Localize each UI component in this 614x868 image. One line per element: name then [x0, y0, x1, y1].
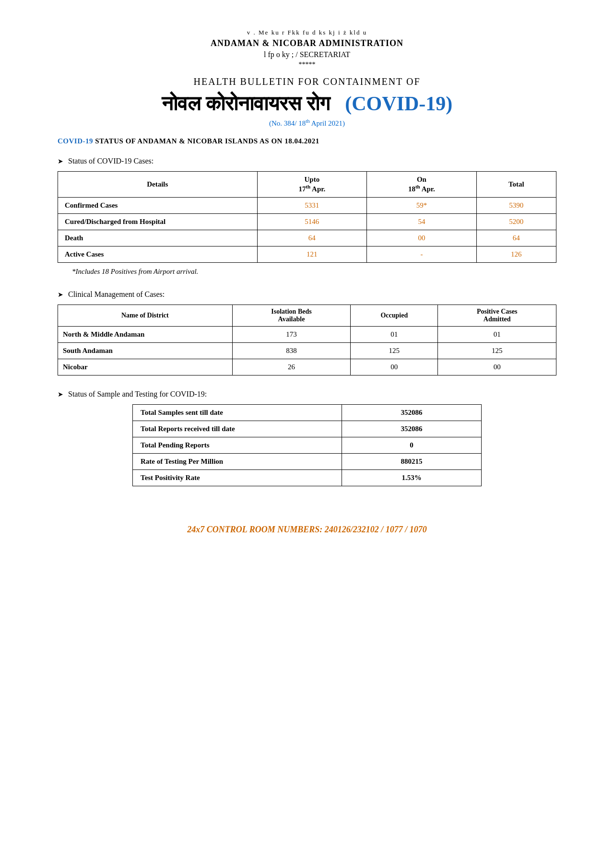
col-occupied: Occupied — [351, 305, 438, 327]
col-total: Total — [476, 172, 556, 198]
covid-bracket-text: (COVID-19) — [345, 93, 452, 115]
row-active-label: Active Cases — [58, 246, 258, 263]
hindi-disease-text: नोवल कोरोनावायरस रोग — [162, 93, 330, 115]
status-rest: STATUS OF ANDAMAN & NICOBAR ISLANDS AS O… — [93, 137, 319, 145]
col-details: Details — [58, 172, 258, 198]
secretariat-hindi: l fp o ky ; — [264, 50, 294, 59]
row-cured-total: 5200 — [476, 214, 556, 230]
district-south: South Andaman — [58, 343, 233, 359]
secretariat-slash: / — [295, 50, 297, 59]
section1-header: Status of COVID-19 Cases: — [58, 157, 556, 165]
beds-nicobar: 26 — [232, 359, 351, 375]
table-row: Total Reports received till date 352086 — [133, 421, 482, 437]
table-row: South Andaman 838 125 125 — [58, 343, 556, 359]
footnote: *Includes 18 Positives from Airport arri… — [72, 268, 556, 276]
covid-status-table: Details Upto 17th Apr. On 18th Apr. Tota… — [58, 171, 556, 263]
occupied-north: 01 — [351, 327, 438, 343]
row-death-upto: 64 — [257, 230, 367, 246]
bulletin-number: (No. 384/ 18th April 2021) — [58, 118, 556, 128]
bulletin-title: HEALTH BULLETIN FOR CONTAINMENT OF — [58, 76, 556, 87]
table-row: Confirmed Cases 5331 59* 5390 — [58, 198, 556, 214]
row-cured-upto: 5146 — [257, 214, 367, 230]
col-admitted: Positive Cases Admitted — [438, 305, 556, 327]
section2-header: Clinical Management of Cases: — [58, 290, 556, 299]
admitted-south: 125 — [438, 343, 556, 359]
row-active-total: 126 — [476, 246, 556, 263]
row-confirmed-total: 5390 — [476, 198, 556, 214]
stars-divider: ***** — [58, 61, 556, 69]
control-room-text: 24x7 CONTROL ROOM NUMBERS: 240126/232102… — [58, 525, 556, 535]
row-cured-label: Cured/Discharged from Hospital — [58, 214, 258, 230]
sample-row-value-2: 0 — [342, 437, 482, 454]
admitted-nicobar: 00 — [438, 359, 556, 375]
col-on: On 18th Apr. — [367, 172, 477, 198]
section3-header: Status of Sample and Testing for COVID-1… — [58, 390, 556, 399]
covid-prefix: COVID-19 — [58, 137, 93, 145]
sample-row-label-4: Test Positivity Rate — [133, 470, 342, 486]
beds-south: 838 — [232, 343, 351, 359]
col-upto: Upto 17th Apr. — [257, 172, 367, 198]
beds-north: 173 — [232, 327, 351, 343]
row-death-on: 00 — [367, 230, 477, 246]
occupied-south: 125 — [351, 343, 438, 359]
district-north: North & Middle Andaman — [58, 327, 233, 343]
table-row: Cured/Discharged from Hospital 5146 54 5… — [58, 214, 556, 230]
table-row: Death 64 00 64 — [58, 230, 556, 246]
table-row: Total Pending Reports 0 — [133, 437, 482, 454]
row-active-on: - — [367, 246, 477, 263]
row-death-total: 64 — [476, 230, 556, 246]
sample-row-label-0: Total Samples sent till date — [133, 405, 342, 421]
secretariat-line: l fp o ky ; / SECRETARIAT — [58, 50, 556, 59]
sample-row-value-1: 352086 — [342, 421, 482, 437]
row-confirmed-upto: 5331 — [257, 198, 367, 214]
sample-row-value-3: 880215 — [342, 454, 482, 470]
table-row: North & Middle Andaman 173 01 01 — [58, 327, 556, 343]
sample-row-label-3: Rate of Testing Per Million — [133, 454, 342, 470]
status-line: COVID-19 STATUS OF ANDAMAN & NICOBAR ISL… — [58, 137, 556, 145]
sample-row-label-2: Total Pending Reports — [133, 437, 342, 454]
table-row: Active Cases 121 - 126 — [58, 246, 556, 263]
row-active-upto: 121 — [257, 246, 367, 263]
row-cured-on: 54 — [367, 214, 477, 230]
row-confirmed-on: 59* — [367, 198, 477, 214]
row-confirmed-label: Confirmed Cases — [58, 198, 258, 214]
clinical-management-table: Name of District Isolation Beds Availabl… — [58, 305, 556, 375]
col-beds: Isolation Beds Available — [232, 305, 351, 327]
admitted-north: 01 — [438, 327, 556, 343]
district-nicobar: Nicobar — [58, 359, 233, 375]
table-row: Total Samples sent till date 352086 — [133, 405, 482, 421]
table-row: Rate of Testing Per Million 880215 — [133, 454, 482, 470]
sample-row-value-0: 352086 — [342, 405, 482, 421]
page-header: v . Me ku r Fkk fu d ks kj i ż kld u AND… — [58, 29, 556, 128]
occupied-nicobar: 00 — [351, 359, 438, 375]
row-death-label: Death — [58, 230, 258, 246]
sample-testing-table: Total Samples sent till date 352086 Tota… — [132, 404, 482, 486]
table-row: Test Positivity Rate 1.53% — [133, 470, 482, 486]
col-district: Name of District — [58, 305, 233, 327]
table-row: Nicobar 26 00 00 — [58, 359, 556, 375]
sample-row-value-4: 1.53% — [342, 470, 482, 486]
secretariat-eng: SECRETARIAT — [300, 50, 350, 59]
admin-title: ANDAMAN & NICOBAR ADMINISTRATION — [58, 38, 556, 48]
hindi-disease-title: नोवल कोरोनावायरस रोग (COVID-19) — [58, 92, 556, 115]
hindi-header-line1: v . Me ku r Fkk fu d ks kj i ż kld u — [58, 29, 556, 36]
sample-row-label-1: Total Reports received till date — [133, 421, 342, 437]
